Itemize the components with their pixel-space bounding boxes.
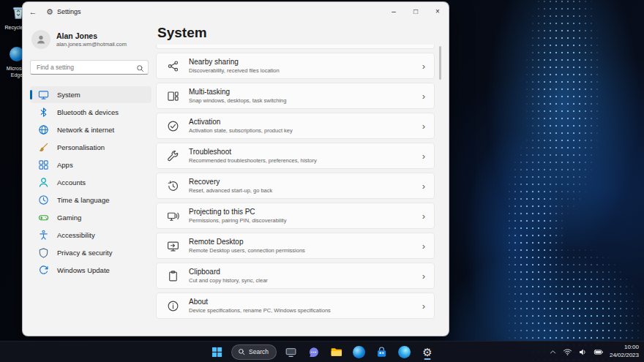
edge-icon <box>353 346 365 358</box>
close-button[interactable]: × <box>427 2 449 20</box>
search-icon <box>238 348 245 355</box>
troubleshoot-icon <box>167 150 179 162</box>
card-title: Remote Desktop <box>189 238 413 246</box>
user-email: alan.jones.wm@hotmail.com <box>56 41 127 48</box>
page-title: System <box>157 25 441 41</box>
wallpaper-particles <box>461 0 644 362</box>
taskbar-app-settings[interactable]: ⚙ <box>419 343 435 361</box>
wifi-icon[interactable] <box>563 347 572 357</box>
bluetooth-icon <box>38 107 49 118</box>
card-subtitle: Recommended troubleshooters, preferences… <box>189 157 413 164</box>
settings-card-projecting[interactable]: Projecting to this PC Permissions, pairi… <box>156 203 435 229</box>
settings-card-clipboard[interactable]: Clipboard Cut and copy history, sync, cl… <box>156 263 435 289</box>
settings-nav: System Bluetooth & devices Network & int… <box>30 86 150 279</box>
sidebar-item-system[interactable]: System <box>30 86 151 103</box>
settings-content: System Nearby sharing Discoverability, r… <box>156 21 441 330</box>
chevron-right-icon: › <box>422 271 425 281</box>
taskbar-app-file-explorer[interactable] <box>329 343 345 361</box>
clock-icon <box>38 195 49 205</box>
avatar <box>31 30 50 49</box>
settings-card-activation[interactable]: Activation Activation state, subscriptio… <box>156 113 435 139</box>
sidebar-item-accounts[interactable]: Accounts <box>30 174 151 191</box>
sidebar-item-personalisation[interactable]: Personalisation <box>30 139 151 156</box>
sidebar-item-privacy-security[interactable]: Privacy & security <box>30 244 151 261</box>
settings-gear-icon: ⚙ <box>46 7 53 17</box>
system-tray: 10:00 24/02/2023 <box>549 342 639 362</box>
settings-card-multi-tasking[interactable]: Multi-tasking Snap windows, desktops, ta… <box>156 83 435 109</box>
settings-card-remote-desktop[interactable]: Remote Desktop Remote Desktop users, con… <box>156 233 435 259</box>
activation-icon <box>167 120 179 132</box>
gamepad-icon <box>38 212 49 223</box>
sidebar-item-apps[interactable]: Apps <box>30 157 151 173</box>
sidebar-item-network-internet[interactable]: Network & internet <box>30 121 151 138</box>
card-title: Clipboard <box>189 268 413 276</box>
settings-card-recovery[interactable]: Recovery Reset, advanced start-up, go ba… <box>156 173 435 199</box>
active-app-indicator <box>424 358 430 361</box>
minimize-button[interactable]: – <box>383 2 405 20</box>
store-icon <box>375 346 388 358</box>
sidebar-item-time-language[interactable]: Time & language <box>30 192 151 208</box>
chevron-right-icon: › <box>422 91 425 101</box>
card-subtitle: Device specifications, rename PC, Window… <box>189 307 413 314</box>
sidebar-item-gaming[interactable]: Gaming <box>30 209 151 226</box>
taskbar: Search <box>0 341 644 362</box>
taskbar-center: Search <box>209 342 435 362</box>
back-button[interactable]: ← <box>23 7 43 16</box>
settings-search-input[interactable] <box>30 60 149 75</box>
maximize-button[interactable]: □ <box>405 2 427 20</box>
globe-icon <box>38 124 49 135</box>
shield-icon <box>38 247 49 258</box>
settings-sidebar: Alan Jones alan.jones.wm@hotmail.com Sys… <box>23 21 156 336</box>
taskbar-app-store[interactable] <box>374 343 390 361</box>
tray-date: 24/02/2023 <box>610 352 639 360</box>
projecting-icon <box>167 210 179 222</box>
remote-desktop-icon <box>167 240 179 252</box>
card-title: Nearby sharing <box>189 58 413 66</box>
user-account-row[interactable]: Alan Jones alan.jones.wm@hotmail.com <box>31 30 150 49</box>
system-icon <box>38 89 49 100</box>
chevron-right-icon: › <box>422 241 425 251</box>
search-icon <box>136 62 144 75</box>
hidden-icons-chevron[interactable] <box>549 348 557 356</box>
card-subtitle: Remote Desktop users, connection permiss… <box>189 247 413 254</box>
sidebar-item-windows-update[interactable]: Windows Update <box>30 262 151 279</box>
sidebar-item-accessibility[interactable]: Accessibility <box>30 227 151 244</box>
update-arrows-icon <box>38 265 49 276</box>
taskbar-search-label: Search <box>249 348 269 355</box>
card-title: Multi-tasking <box>189 88 413 96</box>
task-view-icon <box>285 346 297 358</box>
taskbar-clock[interactable]: 10:00 24/02/2023 <box>610 344 639 360</box>
user-name: Alan Jones <box>56 31 127 40</box>
settings-cards-list: Nearby sharing Discoverability, received… <box>156 45 435 323</box>
volume-icon[interactable] <box>578 347 588 357</box>
settings-gear-icon: ⚙ <box>422 347 432 358</box>
taskbar-search[interactable]: Search <box>231 344 277 360</box>
settings-card-troubleshoot[interactable]: Troubleshoot Recommended troubleshooters… <box>156 143 435 169</box>
settings-card-nearby-sharing[interactable]: Nearby sharing Discoverability, received… <box>156 53 435 79</box>
taskbar-app-edge[interactable] <box>351 343 367 361</box>
chevron-right-icon: › <box>422 61 425 71</box>
chevron-right-icon: › <box>422 121 425 131</box>
chevron-right-icon: › <box>422 211 425 221</box>
about-icon <box>167 300 179 312</box>
start-button[interactable] <box>209 343 225 361</box>
person-icon <box>35 34 47 45</box>
scrollbar[interactable] <box>439 46 441 80</box>
settings-window: ← ⚙ Settings – □ × Alan Jones alan.jo <box>22 1 449 336</box>
accessibility-icon <box>38 230 49 241</box>
chevron-right-icon: › <box>422 151 425 161</box>
taskbar-app-chat[interactable] <box>306 343 322 361</box>
card-subtitle: Reset, advanced start-up, go back <box>189 187 413 194</box>
taskbar-app-task-view[interactable] <box>283 343 299 361</box>
chat-icon <box>307 346 320 358</box>
settings-card-about[interactable]: About Device specifications, rename PC, … <box>156 293 435 319</box>
title-bar: ← ⚙ Settings – □ × <box>23 2 449 21</box>
apps-grid-icon <box>38 159 49 170</box>
sidebar-item-bluetooth-devices[interactable]: Bluetooth & devices <box>30 104 151 121</box>
photos-icon <box>398 346 411 358</box>
taskbar-app-photos[interactable] <box>397 343 413 361</box>
card-subtitle: Discoverability, received files location <box>189 67 413 74</box>
battery-icon[interactable] <box>594 347 604 357</box>
card-title: Projecting to this PC <box>189 208 413 216</box>
settings-search <box>30 59 149 75</box>
